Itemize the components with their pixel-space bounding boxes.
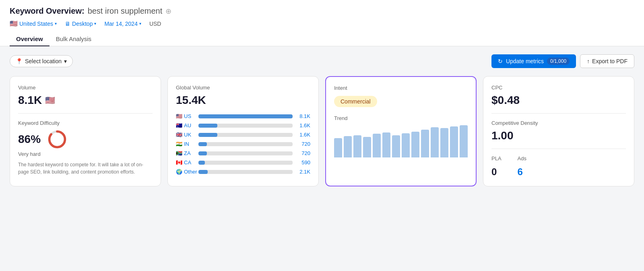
pla-section: PLA 0: [491, 155, 502, 178]
country-bar-row: 🇺🇸 US 8.1K: [176, 113, 310, 119]
bar-inner: [198, 114, 293, 118]
ads-value: 6: [518, 166, 526, 178]
trend-bar: [431, 127, 439, 157]
bar-inner: [198, 151, 207, 155]
metrics-counter: 0/1,000: [547, 58, 570, 65]
cpc-label: CPC: [491, 85, 626, 91]
country-selector[interactable]: 🇺🇸 United States ▾: [10, 20, 57, 27]
device-selector[interactable]: 🖥 Desktop ▾: [65, 21, 96, 27]
volume-card: Volume 8.1K 🇺🇸 Keyword Difficulty 86%: [10, 76, 161, 186]
kd-label: Keyword Difficulty: [18, 120, 153, 126]
select-location-label: Select location: [25, 58, 62, 64]
bar-outer: [198, 133, 293, 137]
refresh-icon: ↻: [498, 58, 503, 64]
trend-bar: [440, 128, 448, 157]
chevron-down-icon: ▾: [139, 21, 141, 26]
bar-outer: [198, 124, 293, 128]
bar-inner: [198, 170, 208, 174]
bar-count: 1.6K: [296, 122, 310, 128]
bar-count: 720: [296, 150, 310, 156]
bar-inner: [198, 161, 205, 165]
country-flag-code: 🇺🇸 US: [176, 113, 195, 119]
country-flag: 🇿🇦: [176, 150, 182, 156]
country-code: ZA: [184, 150, 191, 156]
export-label: Export to PDF: [592, 58, 627, 64]
kd-donut-chart: [47, 129, 67, 149]
trend-bar: [450, 126, 458, 157]
tabs: Overview Bulk Analysis: [10, 32, 634, 46]
chevron-down-icon: ▾: [64, 58, 67, 64]
update-metrics-button[interactable]: ↻ Update metrics 0/1,000: [491, 54, 576, 68]
select-location-dropdown[interactable]: 📍 Select location ▾: [10, 55, 73, 67]
country-flag: 🌍: [176, 169, 182, 175]
bar-inner: [198, 142, 207, 146]
country-code: US: [184, 113, 191, 119]
tab-bulk-analysis[interactable]: Bulk Analysis: [50, 32, 98, 46]
bar-outer: [198, 151, 293, 155]
tab-overview[interactable]: Overview: [10, 32, 50, 46]
update-metrics-label: Update metrics: [506, 58, 544, 64]
bar-outer: [198, 114, 293, 118]
country-code: AU: [184, 122, 191, 128]
cards-grid: Volume 8.1K 🇺🇸 Keyword Difficulty 86%: [10, 76, 634, 186]
trend-bar: [334, 138, 342, 157]
country-code: CA: [184, 159, 191, 165]
title-row: Keyword Overview: best iron supplement ⊕: [10, 6, 634, 16]
country-flag: 🇦🇺: [176, 122, 182, 128]
chevron-down-icon: ▾: [55, 21, 57, 26]
date-label: Mar 14, 2024: [104, 21, 138, 27]
export-icon: ↑: [587, 58, 590, 64]
bar-count: 2.1K: [296, 169, 310, 175]
country-flag-code: 🌍 Other: [176, 169, 195, 175]
pla-value: 0: [491, 166, 502, 178]
intent-section: Intent Commercial: [334, 85, 468, 107]
bar-inner: [198, 133, 217, 137]
ads-section: Ads 6: [518, 155, 526, 178]
export-pdf-button[interactable]: ↑ Export to PDF: [580, 54, 634, 68]
country-flag: 🇺🇸: [176, 113, 182, 119]
volume-label: Volume: [18, 85, 153, 91]
trend-bar: [402, 133, 410, 157]
date-selector[interactable]: Mar 14, 2024 ▾: [104, 21, 141, 27]
location-pin-icon: 📍: [16, 58, 23, 64]
country-bar-row: 🇿🇦 ZA 720: [176, 150, 310, 156]
trend-bar: [363, 137, 371, 157]
add-keyword-icon[interactable]: ⊕: [165, 7, 171, 16]
intent-trend-card: Intent Commercial Trend: [325, 76, 477, 186]
country-flag-code: 🇮🇳 IN: [176, 141, 195, 147]
currency-label: USD: [149, 21, 161, 27]
meta-row: 🇺🇸 United States ▾ 🖥 Desktop ▾ Mar 14, 2…: [10, 20, 634, 27]
country-flag-code: 🇨🇦 CA: [176, 159, 195, 165]
trend-bar: [382, 132, 390, 157]
country-bar-row: 🇮🇳 IN 720: [176, 141, 310, 147]
country-bars: 🇺🇸 US 8.1K 🇦🇺 AU 1.6K 🇬🇧 UK: [176, 113, 310, 175]
trend-chart: [334, 125, 468, 157]
trend-section: Trend: [334, 115, 468, 157]
trend-bar: [421, 130, 429, 157]
trend-bar: [460, 125, 468, 157]
toolbar: 📍 Select location ▾ ↻ Update metrics 0/1…: [10, 54, 634, 68]
ads-label: Ads: [518, 155, 526, 161]
chevron-down-icon: ▾: [94, 21, 96, 26]
competitive-density-label: Competitive Density: [491, 120, 626, 126]
country-flag-code: 🇦🇺 AU: [176, 122, 195, 128]
kd-value-row: 86%: [18, 129, 153, 149]
device-label: Desktop: [72, 21, 93, 27]
kd-percent: 86%: [18, 133, 41, 146]
bar-count: 8.1K: [296, 113, 310, 119]
volume-flag: 🇺🇸: [45, 95, 55, 105]
country-bar-row: 🇨🇦 CA 590: [176, 159, 310, 165]
country-code: Other: [184, 169, 197, 175]
divider: [491, 113, 626, 114]
kd-level: Very hard: [18, 151, 153, 157]
kd-section: Keyword Difficulty 86% Very hard The har…: [18, 120, 153, 176]
page-header: Keyword Overview: best iron supplement ⊕…: [0, 0, 644, 46]
bar-outer: [198, 142, 293, 146]
country-bar-row: 🇦🇺 AU 1.6K: [176, 122, 310, 128]
trend-bar: [392, 135, 400, 157]
intent-badge: Commercial: [334, 96, 377, 107]
trend-bar: [353, 135, 361, 157]
country-flag: 🇨🇦: [176, 159, 182, 165]
bar-count: 590: [296, 159, 310, 165]
kd-description: The hardest keyword to compete for. It w…: [18, 161, 153, 176]
